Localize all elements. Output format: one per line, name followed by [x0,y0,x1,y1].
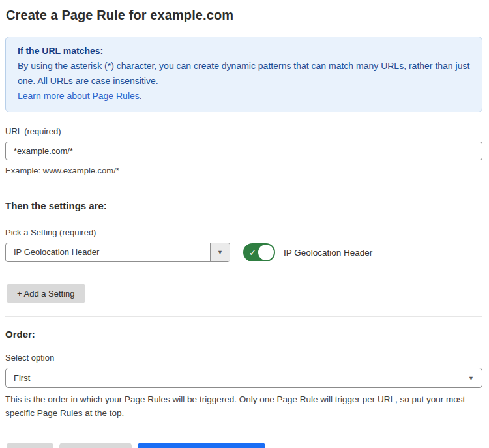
order-section-heading: Order: [5,329,482,340]
cancel-button[interactable]: Cancel [7,443,53,448]
info-box-link-line: Learn more about Page Rules. [18,89,470,104]
learn-more-link[interactable]: Learn more about Page Rules [18,91,140,101]
url-example-help: Example: www.example.com/* [5,166,482,175]
divider [5,316,482,317]
check-icon: ✓ [249,248,256,258]
pick-setting-label: Pick a Setting (required) [5,228,482,237]
divider [5,187,482,187]
setting-picker-dropdown[interactable]: IP Geolocation Header ▼ [5,243,230,262]
create-page-rule-form: Create a Page Rule for example.com If th… [0,0,489,448]
link-suffix: . [140,91,142,101]
page-title: Create a Page Rule for example.com [6,8,482,23]
toggle-knob [258,245,274,260]
save-and-deploy-button[interactable]: Save and Deploy Page Rule [138,443,265,448]
order-select-value: First [6,368,482,387]
save-as-draft-button[interactable]: Save as Draft [59,443,132,448]
info-box-heading: If the URL matches: [18,44,470,59]
divider [5,430,482,430]
order-select-label: Select option [5,353,482,363]
url-match-info-box: If the URL matches: By using the asteris… [5,37,482,112]
url-input[interactable] [5,142,482,160]
footer-actions: Cancel Save as Draft Save and Deploy Pag… [7,443,482,448]
setting-picker-arrow-button[interactable]: ▼ [210,243,230,261]
ip-geolocation-toggle[interactable]: ✓ [243,243,275,261]
chevron-down-icon: ▼ [217,250,223,256]
order-select[interactable]: First ▼ [5,368,482,388]
info-box-body: By using the asterisk (*) character, you… [18,59,470,89]
setting-picker-value: IP Geolocation Header [6,243,210,261]
toggle-label: IP Geolocation Header [284,248,372,258]
setting-row: IP Geolocation Header ▼ ✓ IP Geolocation… [5,243,482,262]
url-field-label: URL (required) [5,127,482,136]
chevron-down-icon: ▼ [468,375,474,381]
add-setting-button[interactable]: + Add a Setting [7,284,85,303]
order-help-text: This is the order in which your Page Rul… [5,393,475,420]
settings-section-heading: Then the settings are: [5,200,482,211]
